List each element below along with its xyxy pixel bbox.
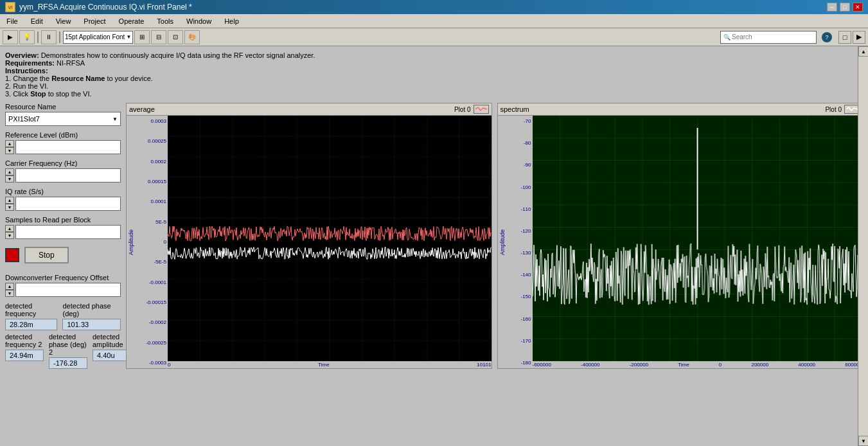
step1-rest: to your device. <box>105 75 153 82</box>
average-chart-plot-area: 0 Time 10101 <box>168 116 492 368</box>
iq-rate-down[interactable]: ▼ <box>5 204 14 211</box>
carrier-freq-down[interactable]: ▼ <box>5 175 14 183</box>
stop-button[interactable]: Stop <box>24 247 69 263</box>
average-chart-body: Amplitude 0.0003 0.00025 0.0002 0.00015 … <box>127 116 492 368</box>
spectrum-chart-header: spectrum Plot 0 <box>498 103 863 116</box>
detected-phase-label: detected phase (deg) <box>62 302 121 317</box>
downconverter-label: Downconverter Frequency Offset <box>5 274 121 281</box>
samples-label: Samples to Read per Block <box>5 216 121 224</box>
reference-level-down[interactable]: ▼ <box>5 147 14 154</box>
menu-file[interactable]: File <box>3 16 22 26</box>
detected-row-2: detected frequency 2 24.94m detected pha… <box>5 333 121 369</box>
scroll-up-button[interactable]: ▲ <box>858 46 868 57</box>
detected-phase2-group: detected phase (deg) 2 -176.28 <box>49 333 87 369</box>
help-button[interactable]: ? <box>822 32 832 42</box>
downconverter-up[interactable]: ▲ <box>5 283 14 290</box>
spectrum-chart-body: Amplitude -70 -80 -90 -100 -110 -120 -13… <box>498 116 863 368</box>
detected-freq2-group: detected frequency 2 24.94m <box>5 333 44 369</box>
reference-level-group: Reference Level (dBm) ▲ ▼ 0.00 <box>5 131 121 154</box>
reference-level-input[interactable]: 0.00 <box>15 140 121 154</box>
stop-indicator[interactable] <box>5 248 19 262</box>
run-arrow-button[interactable]: ▶ <box>3 30 18 44</box>
downconverter-group: Downconverter Frequency Offset ▲ ▼ 0 <box>5 274 121 297</box>
reference-level-up[interactable]: ▲ <box>5 140 14 147</box>
spectrum-chart-plot-area: -600000 -400000 -200000 Time 0 200000 40… <box>533 116 863 368</box>
detected-phase-value: 101.33 <box>62 319 121 330</box>
align-button[interactable]: ⊞ <box>134 30 150 44</box>
distribute-button[interactable]: ⊟ <box>151 30 166 44</box>
search-box[interactable]: 🔍 <box>720 31 817 44</box>
font-dropdown-arrow: ▼ <box>126 34 131 40</box>
downconverter-input[interactable]: 0 <box>15 283 121 297</box>
menu-view[interactable]: View <box>52 16 75 26</box>
minimize-button[interactable]: ─ <box>827 3 837 12</box>
reference-level-spinner: ▲ ▼ <box>5 140 14 154</box>
overview-label: Overview: <box>5 51 39 59</box>
spectrum-chart-legend: Plot 0 <box>825 105 860 114</box>
spectrum-x-2: -400000 <box>581 362 599 368</box>
downconverter-down[interactable]: ▼ <box>5 290 14 297</box>
spectrum-canvas <box>533 116 863 361</box>
detected-freq2-value: 24.94m <box>5 350 44 361</box>
scroll-track[interactable] <box>858 57 868 436</box>
highlight-button[interactable]: 💡 <box>19 30 35 44</box>
detected-phase2-label: detected phase (deg) 2 <box>49 333 87 356</box>
resource-name-input[interactable]: PXI1Slot7 ▼ <box>5 112 121 126</box>
spectrum-x-5: 200000 <box>751 362 768 368</box>
color-button[interactable]: 🎨 <box>184 30 200 44</box>
search-input[interactable] <box>732 33 809 40</box>
menu-help[interactable]: Help <box>220 16 243 26</box>
spectrum-x-1: -600000 <box>533 362 551 368</box>
maximize-button[interactable]: □ <box>840 3 850 12</box>
menu-tools[interactable]: Tools <box>153 16 177 26</box>
step1-text: 1. Change the <box>5 75 51 82</box>
pause-button[interactable]: ⏸ <box>41 30 57 44</box>
carrier-freq-input[interactable]: 1000000000.475 <box>15 168 121 183</box>
menu-operate[interactable]: Operate <box>115 16 148 26</box>
scroll-down-button[interactable]: ▼ <box>858 436 868 446</box>
panel-toggle-2[interactable]: ▶ <box>853 31 865 44</box>
average-chart-legend: Plot 0 <box>454 105 489 114</box>
average-x-min: 0 <box>168 362 170 368</box>
font-selector[interactable]: 15pt Application Font ▼ <box>63 31 133 44</box>
resource-name-arrow: ▼ <box>112 116 118 122</box>
average-legend-icon[interactable] <box>474 105 489 114</box>
step3-bold: Stop <box>30 90 46 98</box>
panel-toggle-1[interactable]: □ <box>838 31 851 44</box>
detected-freq-label: detected frequency <box>5 302 57 317</box>
requirements-label: Requirements: <box>5 59 55 67</box>
average-x-max: 10101 <box>477 362 491 368</box>
spectrum-plot <box>533 116 863 361</box>
average-plot <box>168 116 492 361</box>
menu-edit[interactable]: Edit <box>27 16 47 26</box>
step1-bold: Resource Name <box>51 75 105 82</box>
detected-freq2-label: detected frequency 2 <box>5 333 44 348</box>
samples-spinner: ▲ ▼ <box>5 225 14 239</box>
samples-group: Samples to Read per Block ▲ ▼ 10000 <box>5 216 121 239</box>
samples-down[interactable]: ▼ <box>5 232 14 239</box>
resize-button[interactable]: ⊡ <box>168 30 183 44</box>
detected-freq-value: 28.28m <box>5 319 57 330</box>
info-section: Overview: Demonstrates how to continuous… <box>5 51 863 98</box>
spectrum-chart-title: spectrum <box>500 105 529 113</box>
iq-rate-group: IQ rate (S/s) ▲ ▼ 1M <box>5 188 121 211</box>
spectrum-chart: spectrum Plot 0 Amplitude <box>497 103 864 369</box>
toolbar-separator-2 <box>59 31 60 43</box>
detected-amplitude-label: detected amplitude <box>93 333 131 348</box>
close-button[interactable]: ✕ <box>853 3 863 12</box>
resource-name-value: PXI1Slot7 <box>8 115 40 123</box>
instructions-label: Instructions: <box>5 67 48 75</box>
iq-rate-up[interactable]: ▲ <box>5 197 14 204</box>
iq-rate-input[interactable]: 1M <box>15 197 121 211</box>
samples-input[interactable]: 10000 <box>15 225 121 239</box>
spectrum-x-label: Time <box>678 362 689 368</box>
average-chart-title: average <box>129 105 155 113</box>
carrier-freq-label: Carrier Frequency (Hz) <box>5 159 121 167</box>
menu-window[interactable]: Window <box>182 16 215 26</box>
samples-up[interactable]: ▲ <box>5 225 14 232</box>
overview-text: Demonstrates how to continuously acquire… <box>39 51 315 59</box>
content-area: Overview: Demonstrates how to continuous… <box>0 46 868 446</box>
carrier-freq-up[interactable]: ▲ <box>5 168 14 175</box>
menu-project[interactable]: Project <box>80 16 109 26</box>
menu-bar: File Edit View Project Operate Tools Win… <box>0 14 868 28</box>
